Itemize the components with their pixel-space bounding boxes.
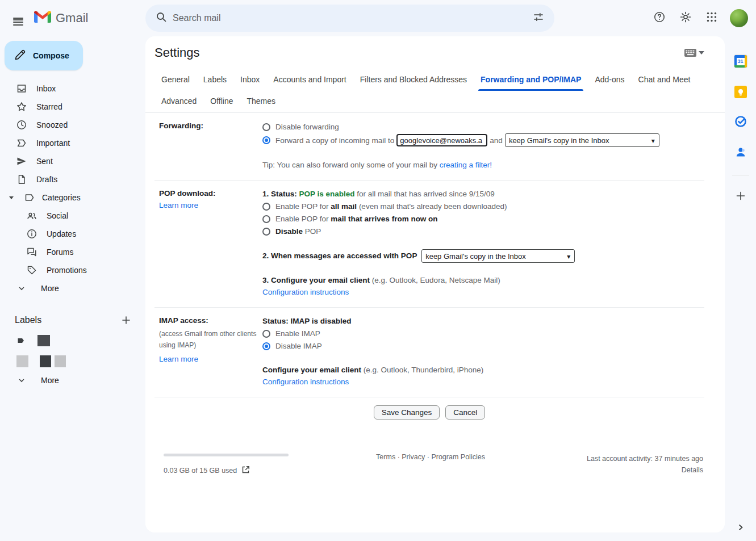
details-link[interactable]: Details [682, 466, 703, 474]
pop-learn-more-link[interactable]: Learn more [159, 201, 198, 209]
tab-filters-and-blocked-addresses[interactable]: Filters and Blocked Addresses [353, 69, 474, 91]
account-avatar[interactable] [730, 9, 748, 27]
sidebar-item-social[interactable]: Social [0, 207, 145, 225]
support-button[interactable] [648, 7, 671, 30]
open-storage-button[interactable] [241, 465, 250, 476]
redacted-label-text [40, 355, 51, 367]
pencil-icon [14, 49, 26, 63]
search-bar[interactable] [145, 5, 554, 32]
program-policies-link[interactable]: Program Policies [431, 453, 484, 461]
sidebar-item-drafts[interactable]: Drafts [0, 170, 145, 188]
tab-advanced[interactable]: Advanced [154, 91, 203, 112]
redacted-label-text [55, 355, 66, 367]
sidebar-item-promotions[interactable]: Promotions [0, 261, 145, 279]
tab-themes[interactable]: Themes [240, 91, 283, 112]
imap-configuration-instructions-link[interactable]: Configuration instructions [262, 378, 349, 386]
plus-icon [736, 191, 746, 203]
forward-copy-option[interactable]: Forward a copy of incoming mail to and k… [262, 133, 704, 147]
search-options-button[interactable] [527, 7, 550, 30]
save-changes-button[interactable]: Save Changes [374, 405, 440, 420]
input-tools-toggle[interactable] [684, 49, 704, 57]
imap-access-section: IMAP access: (access Gmail from other cl… [154, 308, 704, 397]
get-add-ons-button[interactable] [732, 188, 750, 206]
search-input[interactable] [173, 13, 527, 23]
sidebar-item-inbox[interactable]: Inbox [0, 79, 145, 98]
tab-offline[interactable]: Offline [203, 91, 240, 112]
radio-enable-pop-all[interactable] [262, 203, 270, 211]
create-label-button[interactable] [120, 314, 132, 326]
sidebar-item-forums[interactable]: Forums [0, 243, 145, 261]
tasks-button[interactable] [732, 114, 750, 132]
tab-accounts-and-import[interactable]: Accounts and Import [266, 69, 353, 91]
clock-icon [16, 119, 27, 131]
people-icon [26, 210, 37, 221]
chevron-right-icon [737, 524, 744, 531]
tab-forwarding-and-pop-imap[interactable]: Forwarding and POP/IMAP [474, 69, 588, 91]
label-row-redacted[interactable] [0, 330, 145, 351]
card-footer: 0.03 GB of 15 GB used Terms · Privacy · … [154, 450, 704, 476]
main-menu-button[interactable] [7, 7, 30, 30]
pop-configuration-instructions-link[interactable]: Configuration instructions [262, 288, 349, 296]
compose-button[interactable]: Compose [5, 41, 83, 70]
tab-chat-and-meet[interactable]: Chat and Meet [632, 69, 697, 91]
enable-pop-all-mail-option[interactable]: Enable POP for all mail (even mail that'… [262, 200, 704, 212]
radio-enable-pop-now[interactable] [262, 215, 270, 223]
disable-pop-option[interactable]: Disable POP [262, 225, 704, 237]
contacts-button[interactable] [732, 144, 750, 162]
disable-imap-option[interactable]: Disable IMAP [262, 340, 704, 352]
sidebar-item-starred[interactable]: Starred [0, 98, 145, 116]
search-button[interactable] [150, 7, 173, 30]
open-in-new-icon [241, 465, 250, 474]
tab-general[interactable]: General [154, 69, 197, 91]
sidebar-item-updates[interactable]: Updates [0, 225, 145, 243]
forward-action-select-wrap: keep Gmail's copy in the Inbox [505, 133, 659, 147]
terms-link[interactable]: Terms [376, 453, 395, 461]
disable-forwarding-option[interactable]: Disable forwarding [262, 121, 704, 133]
sidebar-item-sent[interactable]: Sent [0, 152, 145, 170]
forward-email-input[interactable] [396, 134, 487, 146]
tab-inbox[interactable]: Inbox [233, 69, 266, 91]
label-row-redacted[interactable] [0, 351, 145, 371]
enable-pop-from-now-option[interactable]: Enable POP for mail that arrives from no… [262, 213, 704, 225]
tab-add-ons[interactable]: Add-ons [588, 69, 631, 91]
privacy-link[interactable]: Privacy [402, 453, 425, 461]
settings-body: Forwarding: Disable forwarding Forward a… [145, 113, 725, 476]
send-icon [16, 156, 27, 167]
sidebar-item-snoozed[interactable]: Snoozed [0, 116, 145, 134]
important-icon [16, 137, 27, 149]
labels-more[interactable]: More [0, 371, 145, 389]
imap-learn-more-link[interactable]: Learn more [159, 355, 198, 363]
radio-disable-imap[interactable] [262, 342, 270, 350]
forward-action-select[interactable]: keep Gmail's copy in the Inbox [505, 133, 659, 147]
creating-a-filter-link[interactable]: creating a filter! [440, 161, 492, 169]
sidebar-item-more[interactable]: More [0, 279, 145, 297]
radio-enable-imap[interactable] [262, 330, 270, 338]
hide-side-panel-button[interactable] [737, 523, 744, 533]
keep-button[interactable] [732, 83, 750, 101]
offer-tag-icon [26, 265, 37, 276]
calendar-button[interactable]: 31 [732, 52, 750, 70]
radio-disable-forwarding[interactable] [262, 123, 270, 131]
storage-bar [164, 454, 289, 456]
google-apps-button[interactable] [700, 7, 723, 30]
page-title: Settings [154, 45, 200, 60]
main-row: Compose Inbox Starred Snoozed Importan [0, 36, 756, 541]
forwarding-label: Forwarding: [159, 121, 203, 130]
compose-label: Compose [33, 51, 69, 60]
top-bar: Gmail [0, 0, 756, 36]
storage-text: 0.03 GB of 15 GB used [164, 467, 237, 475]
sidebar-item-important[interactable]: Important [0, 134, 145, 152]
imap-configure-line: Configure your email client (e.g. Outloo… [262, 364, 704, 376]
pop-action-select-wrap: keep Gmail's copy in the Inbox [421, 249, 575, 263]
radio-forward-copy[interactable] [262, 136, 270, 144]
enable-imap-option[interactable]: Enable IMAP [262, 328, 704, 339]
tab-labels[interactable]: Labels [197, 69, 233, 91]
settings-button[interactable] [674, 7, 697, 30]
hamburger-icon [13, 18, 23, 19]
radio-disable-pop[interactable] [262, 228, 270, 236]
pop-action-select[interactable]: keep Gmail's copy in the Inbox [421, 249, 575, 263]
sidebar-item-categories[interactable]: Categories [0, 188, 145, 207]
gmail-logo-text: Gmail [56, 11, 88, 26]
gmail-logo[interactable]: Gmail [34, 11, 88, 26]
cancel-button[interactable]: Cancel [445, 405, 485, 420]
